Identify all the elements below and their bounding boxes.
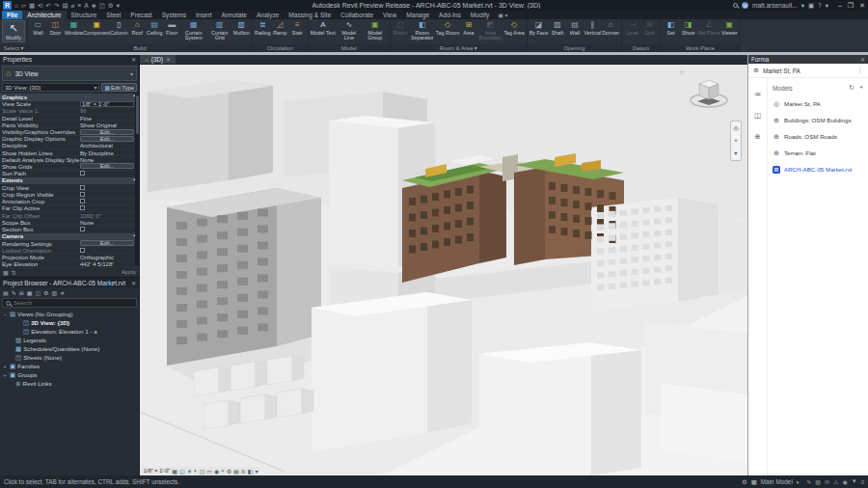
ribbon-tab[interactable]: Modify (466, 11, 494, 19)
qat-icon[interactable]: ⌂ (14, 1, 18, 10)
view-control-icon[interactable]: ▤ (233, 468, 239, 474)
tree-expander[interactable]: + (2, 372, 8, 378)
ribbon-tab[interactable]: View (378, 11, 401, 19)
property-row[interactable]: Eye Elevation 442' 4 5/128" 442' 4 5/128… (0, 261, 139, 268)
ribbon-button[interactable]: ▯ Column (110, 20, 128, 36)
property-checkbox[interactable] (80, 205, 85, 210)
project-browser-tool-icon[interactable]: ▦ (27, 289, 33, 296)
qat-icon[interactable]: ⟲ (38, 1, 42, 10)
ribbon-panel-label[interactable]: Opening (528, 44, 621, 52)
ribbon-button[interactable]: ⊞ Grid (641, 20, 658, 36)
ribbon-tab[interactable]: Add-Ins (434, 11, 466, 19)
status-mid-icon[interactable]: ⚙ (742, 478, 747, 486)
3d-viewport-canvas[interactable]: ⌂ ◎ ⌖ ▾ 1/8" = 1'-0" ▦◱☀◐◫▭◉⌖⚙▤≋◧▾ (140, 65, 747, 475)
project-browser-tool-icon[interactable]: ▥ (51, 289, 57, 296)
add-model-icon[interactable]: + (859, 84, 863, 92)
ribbon-tab[interactable]: Insert (191, 11, 217, 19)
status-right-icon[interactable]: ✉ (825, 478, 829, 485)
view-control-icon[interactable]: ◱ (179, 468, 185, 474)
qat-icon[interactable]: A (84, 1, 88, 10)
edit-button[interactable]: Edit... (80, 240, 134, 246)
property-checkbox[interactable] (80, 192, 85, 197)
ribbon-tab[interactable]: Massing & Site (284, 11, 336, 19)
tree-item[interactable]: ◫ 3D View: {3D} (0, 318, 139, 327)
restore-button[interactable]: ❐ (848, 2, 854, 10)
ribbon-button[interactable]: ⌂ Dormer (602, 20, 619, 36)
tree-item[interactable]: + ▣ Families (0, 362, 139, 370)
ribbon-tab[interactable]: File (2, 11, 22, 19)
kebab-menu-icon[interactable]: ⋮ (857, 67, 863, 74)
ribbon-button[interactable]: A Model Text (311, 20, 336, 36)
tree-expander[interactable]: − (2, 312, 8, 317)
ribbon-tab[interactable]: Annotate (216, 11, 251, 19)
tree-item[interactable]: ◫ Elevation: Elevation 1 - a (0, 327, 139, 336)
view-control-icon[interactable]: ▭ (206, 468, 212, 474)
ribbon-tab[interactable]: Architecture (22, 11, 66, 19)
properties-close-icon[interactable]: ✕ (131, 56, 136, 63)
view-control-icon[interactable]: ◐ (194, 468, 198, 474)
ribbon-button[interactable]: ◇ Tag Room (436, 20, 460, 36)
property-row[interactable]: Section Box (0, 226, 139, 232)
view-tab-3d[interactable]: ⌂ {3D} ✕ (140, 55, 176, 64)
ribbon-button[interactable]: ▥ Mullion (233, 20, 250, 36)
ribbon-panel-label[interactable]: Circulation (253, 44, 308, 52)
status-right-icon[interactable]: ✎ (806, 478, 811, 485)
tree-item[interactable]: ⊛ Revit Links (0, 379, 139, 388)
ribbon-button[interactable]: ▦ Window (65, 20, 83, 36)
navbar-caret[interactable]: ▾ (734, 149, 737, 157)
ribbon-button[interactable]: ⌂ Roof (129, 20, 146, 36)
status-right-icon[interactable]: ⚠ (833, 478, 838, 485)
tree-item[interactable]: − ▤ Views (No Grouping) (0, 310, 139, 318)
ribbon-panel-label[interactable]: Room & Area ▾ (391, 44, 527, 52)
ribbon-button[interactable]: ▣ Viewer (721, 20, 738, 36)
property-input[interactable]: 1/8" = 1'-0" (80, 101, 134, 107)
ribbon-button[interactable]: ◫ Door (47, 20, 64, 36)
ribbon-button[interactable]: ▣ Model Group (363, 20, 388, 41)
ribbon-button[interactable]: ≡ Stair (289, 20, 306, 36)
ribbon-button[interactable]: ▤ Wall (566, 20, 583, 36)
qat-icon[interactable]: ↶ (46, 1, 51, 10)
status-right-icon[interactable]: ▧ (815, 478, 821, 485)
ribbon-panel-label[interactable]: Work Plane (661, 44, 740, 52)
ribbon-panel-label[interactable]: Datum (622, 44, 660, 52)
ribbon-tab[interactable]: Analyze (252, 11, 284, 19)
qat-icon[interactable]: ⚙ (108, 1, 114, 10)
view-control-icon[interactable]: ▦ (172, 468, 177, 474)
ribbon-button[interactable]: ∥ Vertical (583, 20, 601, 36)
ribbon-button[interactable]: ▦ Curtain System (181, 20, 206, 41)
project-browser-tool-icon[interactable]: ▤ (3, 289, 9, 296)
ribbon-button[interactable]: ▭ Wall (30, 20, 46, 36)
ribbon-button[interactable]: ∠ Ref Plane (697, 20, 720, 36)
project-browser-tool-icon[interactable]: ✎ (12, 289, 16, 296)
status-right-icon[interactable]: ◉ (842, 478, 847, 485)
project-browser-tool-icon[interactable]: ∗ (60, 289, 65, 296)
property-checkbox[interactable] (80, 185, 85, 190)
project-browser-search[interactable] (2, 298, 137, 308)
ribbon-panel-label[interactable]: Model (309, 44, 390, 52)
store-icon[interactable]: ▣ (808, 2, 814, 10)
steering-wheel-icon[interactable]: ◎ (733, 124, 739, 132)
ribbon-button[interactable]: ▢ Room (393, 20, 409, 36)
forma-rail-icon[interactable]: ⊕ (754, 132, 760, 141)
ribbon-button[interactable]: ▬ Floor (164, 20, 180, 36)
forma-model-item[interactable]: ⊕ Terrain: Flat (768, 145, 868, 161)
type-selector-caret[interactable]: ▾ (130, 70, 133, 77)
minimize-button[interactable]: – (838, 2, 842, 10)
ribbon-button[interactable]: ▣ Component (84, 20, 109, 36)
user-menu-caret[interactable]: ▾ (801, 2, 804, 10)
property-checkbox[interactable] (80, 227, 85, 231)
ribbon-tab[interactable]: Structure (67, 11, 102, 19)
view-control-icon[interactable]: ⌖ (221, 468, 224, 474)
view-control-icon[interactable]: ◧ (248, 468, 254, 474)
workset-caret[interactable]: ▾ (797, 479, 800, 485)
viewcube-home-icon[interactable]: ⌂ (680, 68, 684, 75)
project-browser-close-icon[interactable]: ✕ (131, 280, 136, 286)
forma-rail-icon[interactable]: ◫ (754, 111, 761, 120)
project-browser-tool-icon[interactable]: ⚙ (43, 289, 48, 296)
search-icon[interactable] (733, 3, 738, 8)
ribbon-panel-label[interactable]: Build (28, 44, 252, 52)
qat-icon[interactable]: ▤ (62, 1, 68, 10)
element-selector[interactable]: 3D View: {3D} ▾ (2, 83, 99, 92)
ribbon-button[interactable]: ◇ Tag Area (503, 20, 524, 36)
ribbon-button[interactable]: ▨ Shaft (549, 20, 565, 36)
